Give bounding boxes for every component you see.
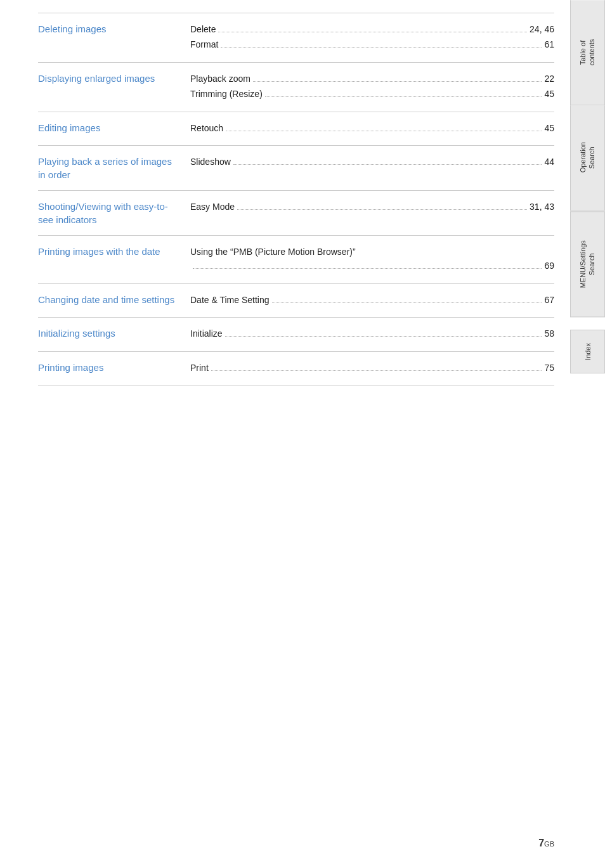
entry-item: Using the “PMB (Picture Motion Browser)”… <box>190 245 554 273</box>
entry-topic: Printing images with the date <box>38 245 190 258</box>
sidebar: Table ofcontents OperationSearch MENU/Se… <box>570 0 605 317</box>
entry-item: Trimming (Resize)45 <box>190 87 554 101</box>
table-row: Displaying enlarged imagesPlayback zoom2… <box>38 62 554 112</box>
entry-item-text: Easy Mode <box>190 200 235 214</box>
dots-separator <box>237 209 527 210</box>
table-row: Printing imagesPrint75 <box>38 351 554 385</box>
table-row: Changing date and time settingsDate & Ti… <box>38 283 554 317</box>
tab-table-of-contents[interactable]: Table ofcontents <box>570 0 605 105</box>
entry-topic: Displaying enlarged images <box>38 72 190 85</box>
entry-items: Initialize58 <box>190 327 554 342</box>
entry-item-text: Date & Time Setting <box>190 293 270 307</box>
dots-separator <box>225 336 542 337</box>
dots-separator <box>253 81 542 82</box>
entry-item-text: Format <box>190 37 218 51</box>
entry-item: Print75 <box>190 361 554 375</box>
entry-item-text: Print <box>190 361 209 375</box>
table-row: Playing back a series of images in order… <box>38 145 554 190</box>
entry-item-page: 31, 43 <box>530 200 554 214</box>
entry-item: Initialize58 <box>190 327 554 340</box>
table-row: Shooting/Viewing with easy-to-see indica… <box>38 190 554 235</box>
entry-item-text: Retouch <box>190 121 223 135</box>
entry-item-text: Using the “PMB (Picture Motion Browser)” <box>190 247 356 257</box>
entry-topic: Deleting images <box>38 22 190 36</box>
main-content: Deleting imagesDelete24, 46Format61Displ… <box>38 0 554 385</box>
entry-item-page: 45 <box>544 87 554 101</box>
entry-item-text: Trimming (Resize) <box>190 87 263 101</box>
entry-item-page: 67 <box>544 293 554 307</box>
entry-items: Using the “PMB (Picture Motion Browser)”… <box>190 245 554 275</box>
dots-separator <box>226 131 542 131</box>
dots-separator <box>218 32 527 32</box>
entry-topic: Initializing settings <box>38 327 190 340</box>
entries-container: Deleting imagesDelete24, 46Format61Displ… <box>38 13 554 385</box>
entry-topic: Shooting/Viewing with easy-to-see indica… <box>38 200 190 226</box>
entry-items: Print75 <box>190 361 554 376</box>
dots-separator <box>233 164 542 165</box>
entry-topic: Playing back a series of images in order <box>38 155 190 181</box>
entry-item-text: Slideshow <box>190 155 231 169</box>
dots-separator <box>221 47 542 48</box>
entry-items: Playback zoom22Trimming (Resize)45 <box>190 72 554 103</box>
dots-separator <box>272 302 542 303</box>
entry-item: Slideshow44 <box>190 155 554 169</box>
entry-item-page: 44 <box>544 155 554 169</box>
entry-item-text: Playback zoom <box>190 72 250 86</box>
entry-item-text: Delete <box>190 22 216 36</box>
entry-items: Easy Mode31, 43 <box>190 200 554 215</box>
tab-operation-search[interactable]: OperationSearch <box>570 105 605 211</box>
entry-item: Format61 <box>190 37 554 51</box>
entry-item-page: 58 <box>544 327 554 340</box>
entry-topic: Editing images <box>38 121 190 134</box>
page-number: 7GB <box>538 838 554 849</box>
entry-item-page: 22 <box>544 72 554 86</box>
entry-item-page: 75 <box>544 361 554 375</box>
entry-items: Slideshow44 <box>190 155 554 170</box>
tab-menu-settings-search[interactable]: MENU/SettingsSearch <box>570 211 605 317</box>
entry-items: Retouch45 <box>190 121 554 136</box>
entry-item: Retouch45 <box>190 121 554 135</box>
entry-item: Delete24, 46 <box>190 22 554 36</box>
dots-separator <box>265 96 542 97</box>
entry-items: Date & Time Setting67 <box>190 293 554 308</box>
tab-index[interactable]: Index <box>570 330 605 373</box>
table-row: Editing imagesRetouch45 <box>38 112 554 145</box>
entry-item-page: 61 <box>544 37 554 51</box>
dots-separator <box>193 268 542 269</box>
table-row: Deleting imagesDelete24, 46Format61 <box>38 13 554 62</box>
table-row: Initializing settingsInitialize58 <box>38 317 554 351</box>
entry-item-page: 24, 46 <box>530 22 554 36</box>
entry-item: Date & Time Setting67 <box>190 293 554 307</box>
entry-items: Delete24, 46Format61 <box>190 22 554 53</box>
entry-item: Easy Mode31, 43 <box>190 200 554 214</box>
entry-topic: Printing images <box>38 361 190 374</box>
entry-item-page: 45 <box>544 121 554 135</box>
entry-item-page: 69 <box>544 259 554 273</box>
table-row: Printing images with the dateUsing the “… <box>38 235 554 283</box>
entry-item-text: Initialize <box>190 327 223 340</box>
entry-item: Playback zoom22 <box>190 72 554 86</box>
dots-separator <box>211 370 542 371</box>
entry-topic: Changing date and time settings <box>38 293 190 306</box>
